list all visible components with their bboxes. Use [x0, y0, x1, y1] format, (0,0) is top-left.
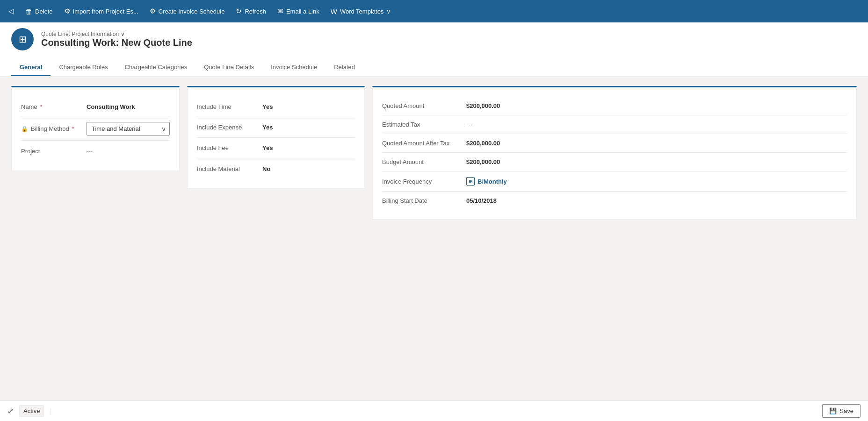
budget-amount-value: $200,000.00: [466, 158, 847, 165]
create-invoice-icon: ⚙: [150, 7, 156, 15]
tab-chargeable-roles[interactable]: Chargeable Roles: [51, 59, 116, 76]
quoted-amount-value: $200,000.00: [466, 102, 847, 109]
name-required-indicator: *: [40, 104, 43, 110]
header-area: ⊞ Quote Line: Project Information ∨ Cons…: [0, 22, 868, 77]
name-label: Name *: [21, 103, 87, 110]
budget-amount-row: Budget Amount $200,000.00: [382, 153, 847, 171]
import-button[interactable]: ⚙ Import from Project Es...: [59, 4, 143, 18]
include-time-row: Include Time Yes: [197, 97, 355, 117]
include-material-value: No: [262, 165, 355, 172]
quoted-amount-after-tax-row: Quoted Amount After Tax $200,000.00: [382, 134, 847, 153]
right-card: Quoted Amount $200,000.00 Estimated Tax …: [372, 86, 857, 220]
delete-button[interactable]: 🗑 Delete: [21, 5, 58, 18]
frequency-icon: ⊞: [466, 177, 475, 186]
billing-method-select-wrapper[interactable]: Time and Material Fixed Price ∨: [87, 122, 170, 136]
include-expense-row: Include Expense Yes: [197, 117, 355, 138]
quoted-amount-after-tax-value: $200,000.00: [466, 140, 847, 147]
name-field-row: Name * Consulting Work: [21, 97, 170, 117]
include-time-label: Include Time: [197, 103, 262, 110]
project-label: Project: [21, 148, 87, 155]
estimated-tax-label: Estimated Tax: [382, 121, 466, 128]
email-link-button[interactable]: ✉ Email a Link: [273, 4, 324, 18]
import-icon: ⚙: [64, 7, 70, 15]
page-title: Consulting Work: New Quote Line: [41, 37, 192, 48]
billing-start-date-label: Billing Start Date: [382, 197, 466, 204]
create-invoice-button[interactable]: ⚙ Create Invoice Schedule: [145, 4, 230, 18]
word-templates-button[interactable]: W Word Templates ∨: [326, 5, 396, 18]
tabs: General Chargeable Roles Chargeable Cate…: [11, 59, 857, 76]
include-material-row: Include Material No: [197, 158, 355, 179]
quoted-amount-after-tax-label: Quoted Amount After Tax: [382, 140, 466, 147]
left-card: Name * Consulting Work 🔒 Billing Method …: [11, 86, 180, 171]
invoice-frequency-label: Invoice Frequency: [382, 178, 466, 185]
invoice-frequency-value[interactable]: ⊞ BiMonthly: [466, 177, 847, 186]
word-icon: W: [331, 7, 337, 15]
billing-method-required-indicator: *: [72, 126, 74, 132]
back-icon: ◁: [8, 7, 14, 15]
include-material-label: Include Material: [197, 165, 262, 172]
project-field-row: Project ---: [21, 141, 170, 161]
quoted-amount-row: Quoted Amount $200,000.00: [382, 97, 847, 115]
billing-start-date-value: 05/10/2018: [466, 197, 847, 204]
delete-icon: 🗑: [25, 7, 32, 15]
estimated-tax-value: ---: [466, 121, 847, 128]
include-expense-label: Include Expense: [197, 124, 262, 131]
chevron-down-icon: ∨: [386, 8, 391, 15]
tab-related[interactable]: Related: [326, 59, 363, 76]
back-button[interactable]: ◁: [4, 4, 19, 18]
billing-method-field-row: 🔒 Billing Method * Time and Material Fix…: [21, 117, 170, 141]
middle-card: Include Time Yes Include Expense Yes Inc…: [187, 86, 365, 189]
include-expense-value: Yes: [262, 124, 355, 131]
main-content: Name * Consulting Work 🔒 Billing Method …: [0, 77, 868, 229]
include-fee-row: Include Fee Yes: [197, 138, 355, 158]
project-value: ---: [87, 148, 170, 155]
quoted-amount-label: Quoted Amount: [382, 102, 466, 109]
toolbar: ◁ 🗑 Delete ⚙ Import from Project Es... ⚙…: [0, 0, 868, 22]
refresh-icon: ↻: [236, 7, 242, 15]
billing-start-date-row: Billing Start Date 05/10/2018: [382, 192, 847, 210]
include-fee-label: Include Fee: [197, 144, 262, 151]
estimated-tax-row: Estimated Tax ---: [382, 115, 847, 134]
billing-method-label: 🔒 Billing Method *: [21, 125, 87, 132]
budget-amount-label: Budget Amount: [382, 158, 466, 165]
name-value: Consulting Work: [87, 103, 170, 110]
tab-chargeable-categories[interactable]: Chargeable Categories: [116, 59, 196, 76]
refresh-button[interactable]: ↻ Refresh: [231, 4, 271, 18]
invoice-frequency-row: Invoice Frequency ⊞ BiMonthly: [382, 171, 847, 192]
tab-invoice-schedule[interactable]: Invoice Schedule: [262, 59, 326, 76]
entity-icon: ⊞: [11, 28, 34, 50]
header-text: Quote Line: Project Information ∨ Consul…: [41, 31, 192, 48]
tab-general[interactable]: General: [11, 59, 51, 76]
billing-method-select[interactable]: Time and Material Fixed Price: [87, 122, 170, 136]
lock-icon: 🔒: [21, 126, 28, 132]
tab-quote-line-details[interactable]: Quote Line Details: [195, 59, 262, 76]
breadcrumb[interactable]: Quote Line: Project Information ∨: [41, 31, 192, 37]
breadcrumb-chevron: ∨: [121, 31, 125, 37]
email-icon: ✉: [277, 7, 283, 15]
include-fee-value: Yes: [262, 144, 355, 151]
include-time-value: Yes: [262, 103, 355, 110]
